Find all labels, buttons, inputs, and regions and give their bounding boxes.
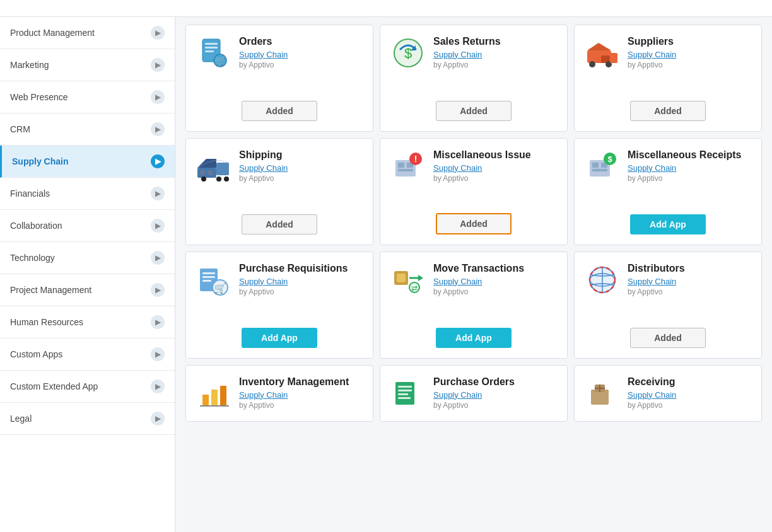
app-category-sales-returns[interactable]: Supply Chain <box>433 50 557 59</box>
app-info-distributors: Distributors Supply Chain by Apptivo <box>628 262 751 296</box>
svg-rect-14 <box>610 53 617 63</box>
app-card-top: $ Sales Returns Supply Chain by Apptivo <box>390 35 557 71</box>
app-category-suppliers[interactable]: Supply Chain <box>628 50 751 59</box>
app-name-distributors: Distributors <box>628 262 751 275</box>
sidebar-label: Supply Chain <box>12 156 68 166</box>
app-category-misc-issue[interactable]: Supply Chain <box>433 163 557 173</box>
app-icon-misc-issue: ! <box>390 149 426 184</box>
sidebar-item-product-management[interactable]: Product Management ▶ <box>0 17 175 49</box>
svg-point-22 <box>224 176 229 182</box>
app-category-orders[interactable]: Supply Chain <box>239 50 363 59</box>
chevron-right-icon: ▶ <box>151 122 165 136</box>
sidebar-item-human-resources[interactable]: Human Resources ▶ <box>0 306 175 338</box>
svg-rect-55 <box>398 386 412 388</box>
partial-row: Inventory Management Supply Chain by App… <box>185 365 762 422</box>
app-icon-distributors <box>585 262 620 298</box>
app-card-top: Inventory Management Supply Chain by App… <box>196 376 349 411</box>
chevron-right-icon: ▶ <box>151 412 165 425</box>
chevron-right-icon: ▶ <box>151 347 165 361</box>
svg-rect-36 <box>202 272 215 274</box>
chevron-right-icon: ▶ <box>151 251 165 265</box>
added-button-distributors[interactable]: Added <box>630 328 706 348</box>
sidebar-item-web-presence[interactable]: Web Presence ▶ <box>0 81 175 113</box>
apps-grid: 🛒 Orders Supply Chain by Apptivo Added $… <box>185 25 762 359</box>
add-app-button-purchase-req[interactable]: Add App <box>242 328 317 348</box>
app-category-misc-receipts[interactable]: Supply Chain <box>628 163 751 173</box>
app-card-top: 🛒 Purchase Requisitions Supply Chain by … <box>196 262 363 298</box>
app-by-suppliers: by Apptivo <box>628 61 751 69</box>
app-card-top: ⇄ Move Transactions Supply Chain by Appt… <box>390 262 557 298</box>
app-card-bottom-distributors: Added <box>585 328 751 348</box>
sidebar-label: Human Resources <box>10 317 83 327</box>
app-category-purchase-req[interactable]: Supply Chain <box>239 277 363 286</box>
sidebar-item-supply-chain[interactable]: Supply Chain ▶ <box>0 146 175 178</box>
app-by-misc-issue: by Apptivo <box>433 174 557 183</box>
app-card-purchase-orders: Purchase Orders Supply Chain by Apptivo <box>380 365 568 422</box>
svg-rect-1 <box>205 43 218 45</box>
sidebar-label: Legal <box>10 413 32 424</box>
sidebar-item-custom-apps[interactable]: Custom Apps ▶ <box>0 338 175 371</box>
sidebar: Product Management ▶ Marketing ▶ Web Pre… <box>0 17 175 532</box>
sidebar-item-marketing[interactable]: Marketing ▶ <box>0 49 175 81</box>
app-icon-receiving <box>585 376 620 411</box>
app-name-shipping: Shipping <box>239 149 363 162</box>
sidebar-label: Web Presence <box>10 92 68 102</box>
sidebar-item-technology[interactable]: Technology ▶ <box>0 242 175 274</box>
app-category-shipping[interactable]: Supply Chain <box>239 163 363 173</box>
svg-text:$: $ <box>404 45 412 61</box>
chevron-right-icon: ▶ <box>151 315 165 329</box>
app-category-distributors[interactable]: Supply Chain <box>628 277 751 286</box>
sidebar-item-custom-extended-app[interactable]: Custom Extended App ▶ <box>0 371 175 403</box>
svg-rect-18 <box>208 170 213 175</box>
added-button-sales-returns[interactable]: Added <box>436 101 512 121</box>
app-by-receiving: by Apptivo <box>628 401 676 410</box>
sidebar-label: Financials <box>10 188 50 199</box>
added-button-suppliers[interactable]: Added <box>630 101 706 121</box>
add-app-button-move-transactions[interactable]: Add App <box>436 328 512 348</box>
sidebar-item-legal[interactable]: Legal ▶ <box>0 403 175 435</box>
app-by-distributors: by Apptivo <box>628 287 751 296</box>
svg-rect-57 <box>398 393 408 395</box>
sidebar-item-crm[interactable]: CRM ▶ <box>0 113 175 146</box>
app-by-move-transactions: by Apptivo <box>433 287 557 296</box>
app-icon-purchase-orders <box>390 376 426 411</box>
svg-rect-58 <box>398 397 411 399</box>
app-card-bottom-orders: Added <box>196 101 363 121</box>
app-card-top: Distributors Supply Chain by Apptivo <box>585 262 751 298</box>
svg-text:🛒: 🛒 <box>214 282 226 294</box>
app-card-bottom-purchase-req: Add App <box>196 328 363 348</box>
chevron-right-icon: ▶ <box>151 219 165 233</box>
sidebar-item-financials[interactable]: Financials ▶ <box>0 178 175 210</box>
added-button-shipping[interactable]: Added <box>242 214 317 234</box>
app-card-misc-receipts: $ Miscellaneous Receipts Supply Chain by… <box>574 138 762 245</box>
app-icon-shipping <box>196 149 231 184</box>
added-button-orders[interactable]: Added <box>242 101 317 121</box>
page-title <box>0 0 772 16</box>
chevron-right-filled-icon: ▶ <box>151 154 165 168</box>
app-card-inventory-mgmt: Inventory Management Supply Chain by App… <box>185 365 373 422</box>
chevron-right-icon: ▶ <box>151 379 165 393</box>
app-name-inventory-mgmt: Inventory Management <box>239 376 349 389</box>
app-info-purchase-orders: Purchase Orders Supply Chain by Apptivo <box>433 376 515 410</box>
svg-rect-51 <box>211 390 218 406</box>
app-category-inventory-mgmt[interactable]: Supply Chain <box>239 390 349 400</box>
app-icon-misc-receipts: $ <box>585 149 620 184</box>
svg-rect-17 <box>200 170 205 175</box>
app-category-move-transactions[interactable]: Supply Chain <box>433 277 557 286</box>
sidebar-item-project-management[interactable]: Project Management ▶ <box>0 274 175 306</box>
app-icon-inventory-mgmt <box>196 376 231 411</box>
app-card-orders: 🛒 Orders Supply Chain by Apptivo Added <box>185 25 373 132</box>
sidebar-item-collaboration[interactable]: Collaboration ▶ <box>0 210 175 242</box>
app-card-bottom-misc-receipts: Add App <box>585 214 751 234</box>
app-info-purchase-req: Purchase Requisitions Supply Chain by Ap… <box>239 262 363 296</box>
svg-rect-42 <box>397 274 406 282</box>
app-name-orders: Orders <box>239 35 363 49</box>
added-button-misc-issue[interactable]: Added <box>436 213 512 234</box>
app-card-top: ! Miscellaneous Issue Supply Chain by Ap… <box>390 149 557 184</box>
svg-rect-56 <box>398 390 412 391</box>
app-category-purchase-orders[interactable]: Supply Chain <box>433 390 515 400</box>
sidebar-label: Technology <box>10 253 55 263</box>
app-card-bottom-suppliers: Added <box>585 101 751 121</box>
app-category-receiving[interactable]: Supply Chain <box>628 390 676 400</box>
add-app-button-misc-receipts[interactable]: Add App <box>630 214 706 234</box>
